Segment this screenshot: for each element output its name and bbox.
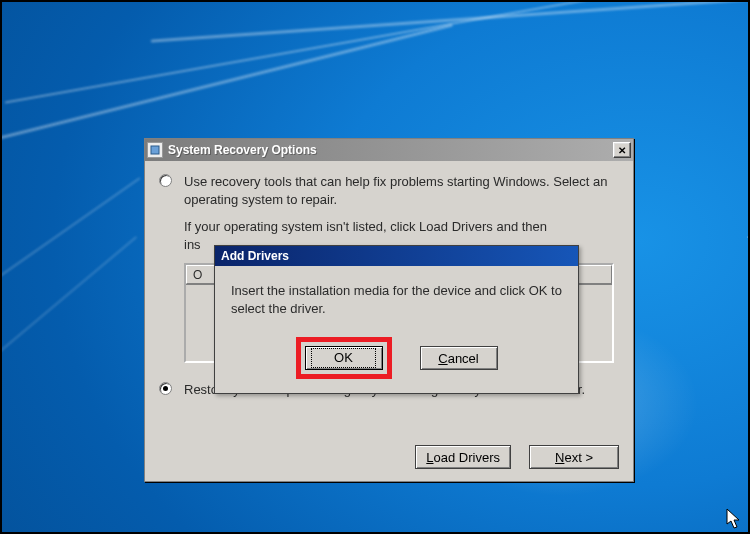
modal-titlebar[interactable]: Add Drivers [215, 246, 578, 266]
modal-message: Insert the installation media for the de… [215, 266, 578, 331]
button-label: ext > [564, 450, 593, 465]
dialog-body: Use recovery tools that can help fix pro… [145, 161, 633, 481]
mnemonic: L [426, 450, 433, 465]
modal-button-row: OK Cancel [215, 331, 578, 393]
decorative-streak [0, 236, 137, 366]
load-drivers-button[interactable]: Load Drivers [415, 445, 511, 469]
button-label: OK [334, 350, 353, 365]
add-drivers-dialog: Add Drivers Insert the installation medi… [214, 245, 579, 394]
system-icon [147, 142, 163, 158]
window-title: System Recovery Options [168, 143, 613, 157]
option-recovery-tools[interactable]: Use recovery tools that can help fix pro… [159, 173, 619, 208]
decorative-streak [0, 177, 141, 305]
mnemonic: N [555, 450, 564, 465]
dialog-button-row: Load Drivers Next > [415, 445, 619, 469]
mnemonic: C [438, 351, 447, 366]
annotation-highlight: OK [296, 337, 392, 379]
close-button[interactable]: ✕ [613, 142, 631, 158]
button-label: ancel [448, 351, 479, 366]
decorative-streak [0, 24, 453, 148]
titlebar[interactable]: System Recovery Options ✕ [145, 139, 633, 161]
note-line-2: ins [184, 237, 201, 252]
modal-title: Add Drivers [221, 249, 289, 263]
option-recovery-tools-label: Use recovery tools that can help fix pro… [184, 173, 619, 208]
close-icon: ✕ [618, 145, 626, 156]
radio-checked-icon[interactable] [159, 382, 172, 395]
button-label: oad Drivers [434, 450, 500, 465]
system-recovery-dialog: System Recovery Options ✕ Use recovery t… [144, 138, 634, 482]
cancel-button[interactable]: Cancel [420, 346, 498, 370]
next-button[interactable]: Next > [529, 445, 619, 469]
radio-dot-icon [163, 386, 168, 391]
focus-ring: OK [311, 348, 376, 368]
svg-rect-0 [151, 146, 159, 154]
radio-unchecked-icon[interactable] [159, 174, 172, 187]
ok-button[interactable]: OK [305, 346, 383, 370]
note-line-1: If your operating system isn't listed, c… [184, 219, 547, 234]
